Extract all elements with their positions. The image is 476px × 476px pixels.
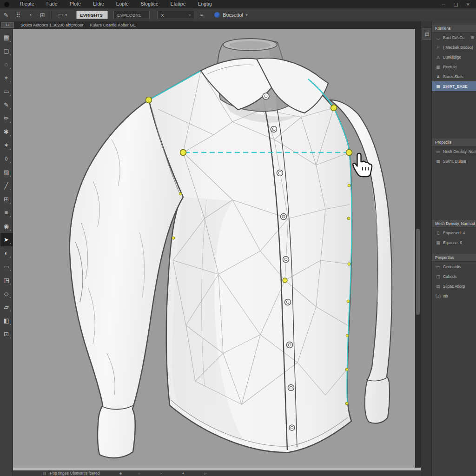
- scrollbar-handle[interactable]: [416, 229, 420, 315]
- tool-eraser-tool[interactable]: ◊: [0, 152, 13, 165]
- status-text: Pop tinges Obstvart's foered: [50, 471, 100, 476]
- panel-item-label: Buct GiAiCo: [443, 35, 464, 40]
- panel-item[interactable]: ▦Erpanse: 0: [432, 238, 476, 247]
- frame-select-icon[interactable]: ▭: [58, 12, 63, 18]
- options-icon-stamp[interactable]: ◔: [24, 12, 36, 19]
- panel-item[interactable]: ◫Cabods: [432, 271, 476, 281]
- options-tool-icons: ✎ ⠿ ◔ ⊞: [0, 12, 48, 19]
- options-icon-brush[interactable]: ✎: [0, 12, 12, 19]
- options-icon-pattern[interactable]: ⊞: [36, 12, 48, 19]
- active-value-field[interactable]: EVRIGHTS: [76, 11, 108, 19]
- panel-section-header[interactable]: Konriens: [432, 25, 476, 33]
- panel-section-header[interactable]: Propeclis: [432, 139, 476, 146]
- menu-item-slogtice[interactable]: Slogtice: [135, 0, 165, 8]
- canvas-scrollbar: [415, 29, 421, 468]
- panel-item-label: Swint, Bultes: [443, 159, 466, 164]
- panel-item[interactable]: ▩SHIRT_BASE: [432, 81, 476, 91]
- globe-icon: [214, 12, 220, 18]
- panel-item[interactable]: ▤Slipac Atlorp: [432, 281, 476, 291]
- tool-page-tool[interactable]: ▱: [0, 300, 13, 314]
- panel-item[interactable]: (3)Iss: [432, 291, 476, 301]
- document-tab-bar: 13 Soucs Aetoocs 1.38208 abtprooer Kular…: [0, 21, 421, 29]
- tool-hand-tool[interactable]: ◉: [0, 219, 13, 233]
- tool-shape-tool[interactable]: ≡: [0, 206, 13, 219]
- menu-items: Riepte Fade Plote Eldie Eople Slogtice E…: [14, 0, 218, 8]
- chevron-right-icon: »: [189, 13, 191, 17]
- document-tab-info: Kulars Coartle Kolter GE: [90, 23, 136, 27]
- tool-crop-tool[interactable]: ▭: [0, 85, 13, 98]
- page-icon: ▯: [435, 231, 442, 235]
- panel-toggle-icon[interactable]: ▤: [423, 28, 431, 40]
- panel-item-label: Cerinatdis: [443, 264, 461, 269]
- status-bar: ▤ Pop tinges Obstvart's foered ◈ ○ ◔ ✦ ▻: [13, 470, 421, 476]
- menu-item-eople[interactable]: Eople: [110, 0, 135, 8]
- panel-section-header[interactable]: Pespertlas: [432, 254, 476, 262]
- status-icon-flag[interactable]: ▻: [204, 471, 207, 476]
- panel-item[interactable]: ▯Eopassed: 4: [432, 228, 476, 238]
- menu-item-eldie[interactable]: Eldie: [87, 0, 110, 8]
- panel-item[interactable]: △Bunklidigo: [432, 52, 476, 62]
- preset-dropdown[interactable]: Bucsettol ▾: [214, 12, 247, 18]
- window-control-button-minimize[interactable]: –: [442, 0, 445, 8]
- panel-item-label: Slipac Atlorp: [443, 284, 465, 289]
- panel-item-label: Iss: [443, 294, 448, 298]
- panel-item-label: Nesh Density. Nom: [443, 149, 476, 154]
- panel-item-menu-icon[interactable]: ≣: [470, 35, 476, 40]
- tool-gradient-tool[interactable]: ▨: [0, 165, 13, 179]
- tool-pen-tool[interactable]: ╱: [0, 179, 13, 192]
- tool-wand-tool[interactable]: ⌖: [0, 71, 13, 85]
- menu-bar: Riepte Fade Plote Eldie Eople Slogtice E…: [0, 0, 476, 9]
- status-icon-lock[interactable]: ◈: [119, 471, 122, 476]
- status-icon-pin[interactable]: ✦: [181, 471, 185, 476]
- options-icon-grid[interactable]: ⠿: [12, 12, 24, 19]
- status-icon-user[interactable]: ○: [138, 471, 140, 476]
- panel-item[interactable]: ▦Roetukt: [432, 62, 476, 72]
- tool-lasso-tool[interactable]: ◌: [0, 58, 13, 71]
- menu-item-engbg[interactable]: Engbg: [192, 0, 218, 8]
- panel-section: Pespertlas▭Cerinatdis◫Cabods▤Slipac Atlo…: [432, 254, 476, 301]
- panel-icon-strip: ▤: [421, 21, 432, 476]
- chevron-down-icon[interactable]: ▾: [65, 13, 67, 17]
- panel-section-header[interactable]: Mesh Density, Narmad: [432, 220, 476, 228]
- tool-brush-tool[interactable]: ✱: [0, 125, 13, 139]
- panel-item-label: Erpanse: 0: [443, 240, 462, 245]
- panel-item[interactable]: ◡Buct GiAiCo≣: [432, 33, 476, 42]
- window-control-button-maximize[interactable]: ▢: [453, 0, 458, 8]
- shirt-body: [149, 65, 352, 452]
- tool-marquee-tool[interactable]: ▢: [0, 44, 13, 58]
- panel-item-label: Eopassed: 4: [443, 231, 465, 235]
- panel-item-label: Roetukt: [443, 65, 456, 69]
- menu-item-riepte[interactable]: Riepte: [14, 0, 40, 8]
- panel-item[interactable]: ⚐( Mecbek Bodeo): [432, 42, 476, 52]
- tool-cube-tool[interactable]: ◇: [0, 287, 13, 300]
- panel-item[interactable]: ▭Nesh Density. Nom: [432, 146, 476, 156]
- tool-move-tool[interactable]: ▤: [0, 31, 13, 44]
- tool-screen-tool[interactable]: ⊡: [0, 327, 13, 341]
- canvas[interactable]: [13, 29, 415, 468]
- tool-note-tool[interactable]: ◳: [0, 273, 13, 287]
- tool-pointer-tool[interactable]: ➤: [0, 233, 13, 246]
- tool-heal-tool[interactable]: ✏: [0, 112, 13, 125]
- mountain-icon: △: [435, 55, 442, 60]
- panel-item[interactable]: ▦Swint, Bultes: [432, 156, 476, 166]
- status-icon-bell[interactable]: ◔: [160, 471, 162, 476]
- options-bar: ✎ ⠿ ◔ ⊞ ▭ ▾ EVRIGHTS EVPEOBRE X » = Bucs…: [0, 8, 476, 22]
- secondary-value-field[interactable]: EVPEOBRE: [113, 11, 150, 19]
- window-control-button-close[interactable]: ×: [467, 0, 469, 8]
- align-icon[interactable]: =: [200, 12, 203, 18]
- mode-dropdown[interactable]: X »: [157, 11, 194, 19]
- panel-item[interactable]: ▭Cerinatdis: [432, 262, 476, 271]
- menu-item-fade[interactable]: Fade: [40, 0, 64, 8]
- menu-item-plote[interactable]: Plote: [64, 0, 87, 8]
- tool-zoom-tool[interactable]: ◐: [0, 246, 13, 260]
- document-tab[interactable]: Soucs Aetoocs 1.38208 abtprooer: [20, 23, 84, 27]
- tool-frame-tool[interactable]: ▭: [0, 260, 13, 273]
- zoom-mini-field[interactable]: 13: [1, 22, 14, 28]
- tool-eyedropper-tool[interactable]: ✎: [0, 98, 13, 112]
- panel-item[interactable]: ♟Soros Stats: [432, 72, 476, 81]
- tool-layers-tool[interactable]: ◧: [0, 314, 13, 327]
- tool-clone-tool[interactable]: ✶: [0, 139, 13, 152]
- menu-item-elatipe[interactable]: Elatipe: [165, 0, 192, 8]
- status-icons: ◈ ○ ◔ ✦ ▻: [100, 471, 207, 476]
- tool-type-tool[interactable]: ⊞: [0, 192, 13, 206]
